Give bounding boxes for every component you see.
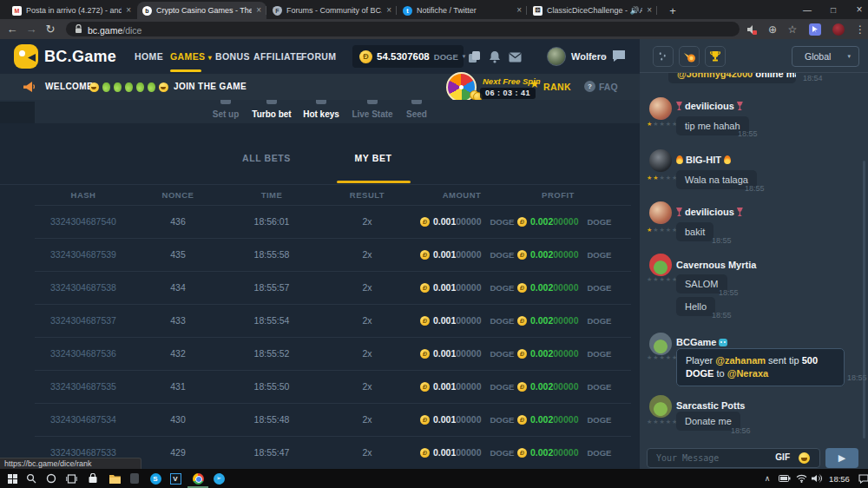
tab-gmail[interactable]: M Posta in arrivo (4.272) - andreaja × — [7, 2, 136, 19]
avatar[interactable] — [649, 333, 672, 355]
window-maximize-button[interactable]: □ — [820, 0, 846, 19]
tab-all-bets[interactable]: ALL BETS — [227, 153, 306, 163]
avatar[interactable] — [649, 395, 672, 418]
tab-my-bet[interactable]: MY BET — [334, 153, 412, 163]
tab-twitter[interactable]: t Notifiche / Twitter × — [398, 2, 527, 19]
send-message-button[interactable]: ▶ — [825, 448, 858, 468]
tab-close-icon[interactable]: × — [516, 6, 522, 15]
nav-home[interactable]: HOME — [135, 39, 163, 74]
site-logo-text[interactable]: BC.Game — [44, 39, 116, 74]
tab-turbo-bet[interactable]: Turbo bet — [252, 100, 291, 123]
nav-bonus[interactable]: BONUS — [215, 39, 250, 74]
start-button[interactable] — [2, 469, 23, 488]
rain-button[interactable] — [653, 46, 674, 67]
v-app-icon[interactable]: V — [165, 469, 186, 488]
chat-username[interactable]: Sarcastic Potts — [676, 400, 745, 411]
microsoft-store-icon[interactable] — [82, 469, 103, 488]
chat-message-input[interactable] — [654, 450, 767, 466]
tab-close-icon[interactable]: × — [386, 6, 391, 15]
tab-close-icon[interactable]: × — [126, 6, 131, 15]
chat-toggle-button[interactable] — [610, 48, 627, 64]
avatar[interactable] — [649, 149, 672, 172]
extension-icon[interactable] — [806, 19, 825, 39]
bet-profit: 0.00200000 DOGE — [517, 238, 630, 271]
tab-seed[interactable]: Seed — [406, 100, 427, 123]
mention[interactable]: @zahanam — [715, 355, 766, 366]
table-row[interactable]: 3324304687536 432 18:55:52 2x 0.00100000… — [0, 337, 640, 370]
mail-envelope-button[interactable] — [507, 49, 523, 65]
nav-games[interactable]: GAMES ▾ — [170, 39, 212, 74]
tab-hot-keys[interactable]: Hot keys — [303, 100, 339, 123]
table-row[interactable]: 3324304687540 436 18:56:01 2x 0.00100000… — [0, 205, 640, 238]
tab-bcgame-active[interactable]: b Crypto Casino Games - The 8 Be × — [137, 2, 266, 19]
avatar[interactable] — [649, 97, 672, 120]
tab-forums[interactable]: F Forums - Community of BC.Gam × — [267, 2, 397, 19]
file-explorer-icon[interactable] — [104, 469, 125, 488]
swap-cards-button[interactable] — [466, 49, 483, 65]
column-result: RESULT — [319, 186, 415, 205]
doge-coin-icon — [420, 217, 430, 227]
bookmark-star-icon[interactable]: ☆ — [783, 19, 802, 39]
chat-username[interactable]: BIG-HIT — [676, 155, 731, 165]
fireball-button[interactable] — [679, 46, 700, 67]
table-row[interactable]: 3324304687535 431 18:55:50 2x 0.00100000… — [0, 370, 640, 403]
chat-username[interactable]: devilicious — [676, 207, 743, 217]
sound-blocked-icon[interactable] — [742, 19, 761, 39]
taskbar-clock[interactable]: 18:56 — [822, 469, 857, 488]
rank-button[interactable]: RANK — [543, 82, 571, 92]
tab-close-icon[interactable]: × — [256, 6, 261, 15]
emoji-button[interactable] — [799, 452, 810, 464]
table-row[interactable]: 3324304687538 434 18:55:57 2x 0.00100000… — [0, 271, 640, 304]
cortana-icon[interactable] — [41, 469, 62, 488]
bet-result: 2x — [319, 337, 415, 370]
username[interactable]: Wolfero — [571, 39, 607, 74]
telegram-icon[interactable]: ➢ — [208, 469, 229, 488]
avatar[interactable] — [649, 201, 672, 224]
faq-button[interactable]: FAQ — [599, 82, 618, 92]
reload-button[interactable]: ↻ — [42, 19, 59, 39]
chat-username[interactable]: devilicious — [676, 101, 743, 111]
app-icon-dark[interactable] — [124, 469, 145, 488]
chat-username[interactable]: BCGame — [676, 337, 727, 347]
circle-plus-icon[interactable]: ⊕ — [763, 19, 782, 39]
table-row[interactable]: 3324304687537 433 18:55:54 2x 0.00100000… — [0, 304, 640, 337]
balance-selector[interactable]: Ð 54.5307608 DOGE ▾ — [352, 45, 464, 68]
mention[interactable]: @Neraxa — [727, 368, 768, 379]
tab-set-up[interactable]: Set up — [213, 100, 240, 123]
chat-username[interactable]: Cavernous Myrtia — [676, 260, 756, 270]
window-close-button[interactable]: × — [846, 0, 868, 19]
bcgame-logo-icon[interactable] — [14, 44, 38, 69]
nav-affiliate[interactable]: AFFILIATE — [253, 39, 302, 74]
chrome-taskbar-icon[interactable] — [187, 469, 208, 488]
chat-scrollbar[interactable] — [863, 161, 865, 439]
twitter-favicon-icon: t — [403, 6, 412, 16]
task-view-icon[interactable] — [61, 469, 82, 488]
search-icon[interactable] — [21, 469, 42, 488]
browser-menu-icon[interactable]: ⋮ — [851, 19, 868, 39]
address-bar[interactable]: bc.game/dice — [66, 22, 740, 36]
table-row[interactable]: 3324304687534 430 18:55:48 2x 0.00100000… — [0, 403, 640, 436]
rain-icon — [657, 50, 669, 63]
user-avatar[interactable] — [547, 47, 566, 66]
window-minimize-button[interactable]: — — [794, 0, 820, 19]
avatar[interactable] — [649, 254, 672, 276]
new-tab-button[interactable]: + — [665, 3, 681, 17]
join-the-game-link[interactable]: JOIN THE GAME — [174, 74, 247, 100]
back-button[interactable]: ← — [3, 19, 21, 39]
chat-channel-select[interactable]: Global ▾ — [792, 46, 859, 67]
user-stars: ★★★★★ — [647, 227, 678, 234]
forward-button[interactable]: → — [23, 19, 40, 39]
table-row[interactable]: 3324304687539 435 18:55:58 2x 0.00100000… — [0, 238, 640, 271]
nav-forum[interactable]: FORUM — [301, 39, 337, 74]
tab-dice-challenge[interactable]: ⚄ ClassicDiceChallenge - 🔊Annou × — [528, 2, 657, 19]
gif-button[interactable]: GIF — [775, 452, 790, 462]
notifications-bell-button[interactable] — [486, 49, 503, 65]
trophy-button[interactable] — [705, 46, 726, 67]
doge-coin-icon — [420, 283, 430, 293]
action-center-icon[interactable] — [853, 469, 868, 488]
browser-toolbar: ← → ↻ bc.game/dice ⊕ ☆ ⋮ — [0, 19, 868, 39]
tab-close-icon[interactable]: × — [647, 6, 652, 15]
skype-icon[interactable]: S — [145, 469, 166, 488]
tab-live-state[interactable]: Live State — [352, 100, 392, 123]
profile-avatar[interactable] — [829, 19, 848, 39]
